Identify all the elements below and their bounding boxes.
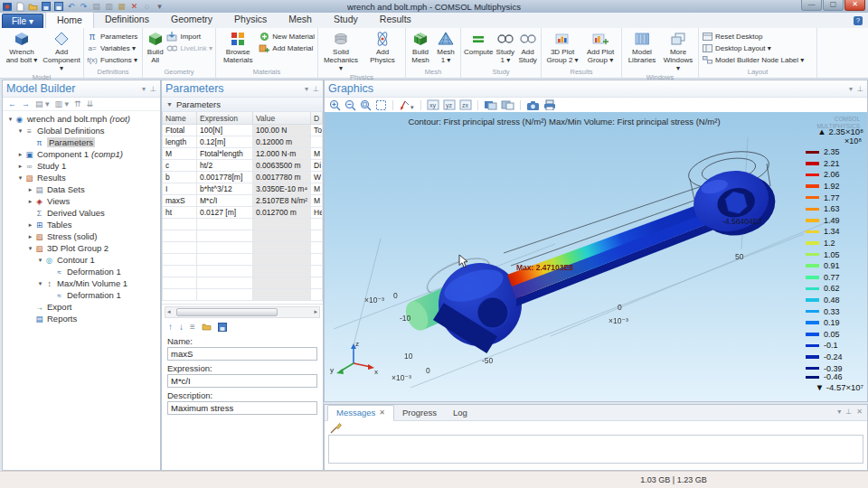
- parameter-row[interactable]: cht/20.0063500 mDi: [163, 160, 323, 172]
- close-button[interactable]: ✕: [844, 0, 865, 11]
- app-icon[interactable]: [3, 2, 13, 12]
- messages-content[interactable]: [328, 435, 863, 464]
- parameters-section-bar[interactable]: ▼ Parameters: [162, 98, 323, 112]
- pin-icon[interactable]: ⊥: [313, 85, 319, 93]
- tree-item-wrench-and-bolt-mph[interactable]: ▾◉wrench and bolt.mph(root): [3, 113, 160, 125]
- load-file-icon[interactable]: [202, 323, 212, 331]
- ribbon-button-browse-materials[interactable]: Browse Materials: [219, 30, 257, 64]
- ribbon-button-reset-desktop[interactable]: Reset Desktop: [702, 31, 804, 42]
- save-icon[interactable]: [41, 2, 51, 12]
- tree-expander-icon[interactable]: ▾: [36, 257, 44, 264]
- plot-area[interactable]: Contour: First principal stress (N/m²) M…: [325, 112, 867, 401]
- tree-expander-icon[interactable]: ▾: [16, 127, 24, 135]
- help-button[interactable]: ?: [854, 16, 863, 25]
- expand-all-icon[interactable]: ⇊: [87, 99, 94, 108]
- tree-item-component-1[interactable]: ▸▣Component 1(comp1): [3, 148, 160, 160]
- tree-item-max-min-volume-1[interactable]: ▾↕Max/Min Volume 1: [3, 277, 160, 289]
- find-icon[interactable]: ◌: [142, 2, 152, 12]
- panel-menu-icon[interactable]: ▾: [305, 85, 308, 93]
- tab-study[interactable]: Study: [323, 12, 369, 27]
- ribbon-button-study-1-[interactable]: Study 1 ▾: [495, 30, 515, 64]
- tree-expander-icon[interactable]: ▾: [16, 174, 24, 182]
- scene-light-icon[interactable]: [501, 99, 514, 111]
- parameter-row[interactable]: length0.12[m]0.12000 m: [163, 136, 323, 148]
- ribbon-button-add-physics[interactable]: Add Physics: [363, 30, 402, 64]
- panel-menu-icon[interactable]: ▾: [837, 408, 841, 416]
- zoom-extents-icon[interactable]: [360, 99, 372, 111]
- column-header-name[interactable]: Name: [163, 112, 197, 125]
- tree-expander-icon[interactable]: ▸: [26, 186, 34, 193]
- zoom-in-icon[interactable]: [329, 99, 341, 111]
- maximize-button[interactable]: ▢: [823, 0, 844, 11]
- ribbon-button-parameters[interactable]: πParameters: [87, 31, 137, 42]
- copy-icon[interactable]: ▥: [104, 2, 114, 12]
- column-header-expression[interactable]: Expression: [197, 112, 253, 125]
- name-input[interactable]: maxS: [167, 347, 317, 361]
- new-file-icon[interactable]: [15, 2, 25, 12]
- parameter-row[interactable]: maxSM*c/I2.5107E8 N/m²M: [163, 195, 323, 207]
- horizontal-scrollbar[interactable]: ◂ ▸: [165, 306, 320, 318]
- save-as-icon[interactable]: [53, 2, 63, 12]
- parameter-row[interactable]: MFtotal*length12.000 N·mM: [163, 148, 323, 160]
- pin-icon[interactable]: ⊥: [857, 85, 863, 93]
- tree-item-export[interactable]: →Export: [3, 301, 160, 313]
- tab-messages[interactable]: Messages✕: [327, 405, 394, 421]
- view-yz-icon[interactable]: yz: [443, 99, 456, 111]
- tab-mesh[interactable]: Mesh: [278, 12, 323, 27]
- parameter-row[interactable]: b0.001778[m]0.0017780 mW: [163, 172, 323, 183]
- tree-item-results[interactable]: ▾▨Results: [3, 172, 160, 183]
- toolbar-options-icon[interactable]: ▾: [155, 2, 165, 12]
- back-icon[interactable]: ←: [8, 99, 16, 108]
- tree-item-tables[interactable]: ▸⊞Tables: [3, 219, 160, 230]
- tree-item-study-1[interactable]: ▸∞Study 1: [3, 160, 160, 172]
- ribbon-button-mesh-1-[interactable]: Mesh 1 ▾: [434, 30, 458, 64]
- tree-item-global-definitions[interactable]: ▾≡Global Definitions: [3, 125, 160, 136]
- ribbon-button-functions-[interactable]: f(x)Functions ▾: [87, 54, 137, 65]
- ribbon-button-new-material[interactable]: New Material: [259, 31, 315, 42]
- panel-menu-icon[interactable]: ▾: [142, 85, 146, 93]
- list-icon[interactable]: ≡: [190, 322, 195, 332]
- minimize-button[interactable]: —: [801, 0, 822, 11]
- tree-expander-icon[interactable]: ▾: [6, 116, 14, 123]
- tree-item-deformation-1[interactable]: ≈Deformation 1: [3, 266, 160, 277]
- ribbon-button-livelink-[interactable]: LiveLink ▾: [166, 42, 212, 53]
- zoom-box-icon[interactable]: [375, 99, 387, 111]
- close-panel-icon[interactable]: ✕: [856, 408, 863, 416]
- parameter-row[interactable]: ht0.0127 [m]0.012700 mHe: [163, 207, 323, 219]
- move-down-icon[interactable]: ↓: [179, 322, 184, 332]
- pin-icon[interactable]: ⊥: [845, 408, 852, 416]
- tree-expander-icon[interactable]: ▸: [26, 233, 34, 240]
- ribbon-button-solid-mechanics-[interactable]: Solid Mechanics ▾: [321, 30, 361, 73]
- column-header-value[interactable]: Value: [253, 112, 311, 125]
- tab-progress[interactable]: Progress: [394, 406, 445, 420]
- scroll-right-icon[interactable]: ▸: [314, 307, 317, 315]
- ribbon-button-wrench-and-bolt-[interactable]: Wrench and bolt ▾: [3, 30, 41, 64]
- tree-expander-icon[interactable]: ▸: [16, 163, 24, 170]
- ribbon-button-add-component-[interactable]: Add Component ▾: [42, 30, 80, 73]
- transparency-icon[interactable]: [484, 99, 497, 111]
- clear-messages-icon[interactable]: [329, 422, 342, 434]
- ribbon-button-more-windows-[interactable]: More Windows ▾: [661, 30, 695, 73]
- tree-expander-icon[interactable]: ▾: [26, 245, 34, 252]
- tree-item-3d-plot-group-2[interactable]: ▾▧3D Plot Group 2: [3, 242, 160, 254]
- tab-log[interactable]: Log: [445, 406, 476, 420]
- ribbon-button-add-study[interactable]: Add Study: [517, 30, 538, 64]
- ribbon-button-variables-[interactable]: a=Variables ▾: [87, 42, 137, 53]
- tree-item-stress-solid-[interactable]: ▸▧Stress (solid): [3, 230, 160, 242]
- tab-definitions[interactable]: Definitions: [94, 12, 160, 27]
- description-input[interactable]: Maximum stress: [167, 401, 317, 415]
- pin-icon[interactable]: ⊥: [150, 85, 156, 93]
- tab-results[interactable]: Results: [369, 12, 422, 27]
- expression-input[interactable]: M*c/I: [167, 374, 317, 388]
- tag-icon[interactable]: ▤: [91, 2, 101, 12]
- view-xy-icon[interactable]: xy: [427, 99, 439, 111]
- ribbon-button-model-builder-node-label-[interactable]: Model Builder Node Label ▾: [702, 54, 804, 65]
- ribbon-button-model-libraries[interactable]: Model Libraries: [625, 30, 659, 64]
- tree-item-views[interactable]: ▸◈Views: [3, 195, 160, 207]
- tree-expander-icon[interactable]: ▸: [26, 221, 34, 229]
- open-icon[interactable]: [28, 2, 38, 12]
- zoom-out-icon[interactable]: [344, 99, 356, 111]
- tree-item-parameters[interactable]: πParameters: [3, 136, 160, 148]
- show-menu-icon[interactable]: ▤ ▾: [35, 99, 50, 108]
- panel-menu-icon[interactable]: ▾: [849, 85, 853, 93]
